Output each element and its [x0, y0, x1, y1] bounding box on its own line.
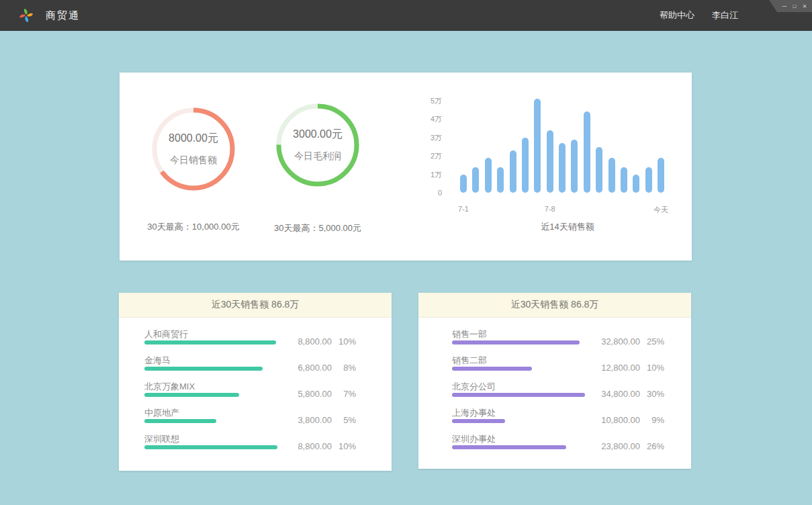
rank-item-percent: 10% [332, 441, 356, 451]
chart-bar [571, 140, 578, 193]
today-sales-30d-max: 30天最高：10,000.00元 [130, 221, 257, 233]
rank-item-percent: 9% [640, 415, 664, 425]
rank-item-bar [452, 445, 566, 449]
rank-list-item: 金海马 6,800.00 8% [119, 352, 392, 378]
x-axis-label: 今天 [646, 205, 676, 215]
rank-item-bar [452, 393, 585, 397]
chart-bar [608, 158, 615, 193]
username-link[interactable]: 李白江 [712, 9, 738, 21]
minimize-icon[interactable]: — [782, 3, 786, 9]
maximize-icon[interactable]: ☐ [793, 3, 797, 9]
rank-item-percent: 10% [332, 336, 356, 347]
chart-bar [460, 175, 467, 193]
y-axis-tick: 3万 [408, 133, 442, 142]
rank-item-percent: 5% [332, 415, 356, 425]
overview-card: 8000.00元 今日销售额 30天最高：10,000.00元 3000.00元… [120, 73, 692, 261]
rank-item-value: 10,800.00 [588, 415, 640, 425]
rank-list-item: 人和商贸行 8,800.00 10% [119, 326, 392, 352]
rank-list-item: 销售一部 32,800.00 25% [418, 326, 691, 352]
rank-item-bar [144, 419, 216, 423]
today-sales-value: 8000.00元 [169, 132, 218, 146]
titlebar: 商贸通 帮助中心 李白江 — ☐ ✕ [0, 0, 812, 31]
rank-item-bar [144, 367, 263, 371]
rank-item-value: 32,800.00 [588, 336, 640, 347]
y-axis-tick: 4万 [408, 114, 442, 124]
department-rank-card: 近30天销售额 86.8万 销售一部 32,800.00 25% 销售二部 12… [418, 293, 691, 469]
rank-item-bar [452, 340, 580, 345]
rank-item-percent: 10% [640, 363, 664, 373]
rank-item-name: 深圳办事处 [452, 433, 496, 445]
titlebar-links: 帮助中心 李白江 [660, 0, 738, 31]
rank-item-name: 北京分公司 [452, 381, 496, 393]
customer-rank-card: 近30天销售额 86.8万 人和商贸行 8,800.00 10% 金海马 6,8… [119, 293, 392, 471]
close-icon[interactable]: ✕ [803, 3, 807, 9]
chart-bar [510, 150, 516, 193]
rank-item-bar [144, 445, 277, 449]
chart-bar [633, 175, 639, 193]
rank-item-name: 金海马 [144, 355, 171, 367]
chart-bar [472, 167, 479, 193]
rank-item-percent: 30% [640, 389, 664, 399]
today-profit-donut: 3000.00元 今日毛利润 [276, 103, 359, 187]
y-axis-tick: 0 [408, 188, 442, 197]
rank-item-name: 上海办事处 [452, 407, 496, 419]
x-axis-label: 7-8 [535, 205, 565, 213]
rank-item-name: 深圳联想 [144, 433, 179, 445]
rank-item-bar [144, 393, 239, 397]
rank-item-percent: 26% [640, 441, 664, 451]
rank-list-item: 北京分公司 34,800.00 30% [418, 378, 691, 404]
y-axis-tick: 5万 [408, 96, 442, 105]
rank-item-percent: 7% [332, 389, 356, 399]
customer-rank-title: 近30天销售额 86.8万 [119, 293, 392, 318]
rank-item-value: 8,800.00 [279, 336, 332, 347]
chart-bar [596, 147, 602, 193]
app-logo-pinwheel-icon [17, 7, 35, 24]
chart-bar [584, 111, 590, 193]
today-profit-value: 3000.00元 [293, 128, 343, 142]
today-profit-30d-max: 30天最高：5,000.00元 [254, 222, 381, 234]
rank-list-item: 北京万象MIX 5,800.00 7% [119, 378, 392, 404]
rank-list-item: 销售二部 12,800.00 10% [418, 352, 691, 378]
department-rank-title: 近30天销售额 86.8万 [418, 293, 691, 318]
x-axis-label: 7-1 [449, 205, 478, 213]
rank-item-value: 8,800.00 [279, 441, 332, 451]
rank-item-name: 销售二部 [452, 355, 487, 367]
today-sales-label: 今日销售额 [170, 154, 217, 167]
chart-bar [522, 138, 529, 193]
chart-bar [497, 167, 504, 193]
department-rank-list: 销售一部 32,800.00 25% 销售二部 12,800.00 10% 北京… [418, 318, 691, 457]
rank-item-value: 3,800.00 [279, 415, 332, 425]
rank-list-item: 深圳办事处 23,800.00 26% [418, 430, 691, 457]
bar-chart-title: 近14天销售额 [467, 221, 668, 233]
rank-item-name: 人和商贸行 [144, 328, 188, 340]
rank-item-name: 销售一部 [452, 328, 487, 340]
y-axis-tick: 2万 [408, 151, 442, 160]
chart-bar [658, 158, 664, 193]
rank-item-percent: 8% [332, 363, 356, 373]
window-controls: — ☐ ✕ [769, 0, 812, 12]
rank-list-item: 中原地产 3,800.00 5% [119, 404, 392, 430]
rank-item-bar [452, 419, 505, 423]
rank-list-item: 深圳联想 8,800.00 10% [119, 430, 392, 457]
rank-item-percent: 25% [640, 336, 664, 347]
chart-bar [559, 143, 566, 193]
help-center-link[interactable]: 帮助中心 [660, 9, 694, 21]
customer-rank-list: 人和商贸行 8,800.00 10% 金海马 6,800.00 8% 北京万象M… [119, 318, 392, 457]
rank-item-bar [144, 340, 276, 345]
rank-item-bar [452, 367, 532, 371]
rank-item-value: 6,800.00 [279, 363, 332, 373]
today-profit-label: 今日毛利润 [294, 150, 341, 163]
rank-item-value: 34,800.00 [588, 389, 640, 399]
app-title: 商贸通 [46, 0, 80, 31]
chart-bar [547, 130, 553, 193]
rank-item-value: 23,800.00 [588, 441, 640, 451]
rank-list-item: 上海办事处 10,800.00 9% [418, 404, 691, 430]
rank-item-name: 中原地产 [144, 407, 179, 419]
rank-item-name: 北京万象MIX [144, 381, 195, 393]
chart-bar [645, 167, 652, 193]
today-sales-donut: 8000.00元 今日销售额 [152, 107, 235, 191]
rank-item-value: 12,800.00 [588, 363, 640, 373]
rank-item-value: 5,800.00 [279, 389, 332, 399]
chart-bar [621, 167, 627, 193]
y-axis-tick: 1万 [408, 170, 442, 179]
